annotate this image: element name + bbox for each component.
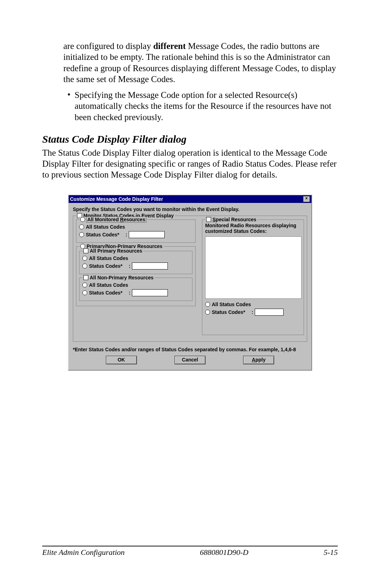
- label: :: [129, 263, 131, 269]
- radio-icon[interactable]: [205, 310, 210, 315]
- titlebar[interactable]: Customize Message Code Display Filter ×: [69, 195, 311, 203]
- label: Status Codes*: [212, 309, 245, 315]
- special-legend[interactable]: Special Resources: [205, 217, 258, 222]
- label: Status Codes*: [89, 290, 122, 296]
- footer-center: 6880801D90-D: [200, 548, 248, 557]
- cancel-button[interactable]: Cancel: [175, 356, 205, 364]
- footer-right: 5-15: [324, 548, 338, 557]
- dialog-window: Customize Message Code Display Filter × …: [68, 194, 312, 371]
- dialog-title: Customize Message Code Display Filter: [70, 196, 303, 202]
- bullet-text: Specifying the Message Code option for a…: [75, 89, 338, 123]
- label: All Status Codes: [212, 302, 251, 307]
- bullet-item: • Specifying the Message Code option for…: [63, 89, 338, 123]
- hint-text: *Enter Status Codes and/or ranges of Sta…: [73, 347, 307, 352]
- label: :: [126, 232, 127, 237]
- checkbox-icon[interactable]: [206, 217, 211, 222]
- all-status-radio[interactable]: All Status Codes: [82, 255, 189, 261]
- label: Status Codes*: [86, 232, 119, 237]
- status-codes-input[interactable]: [132, 289, 168, 296]
- label: All Primary Resources: [90, 248, 142, 254]
- label: Status Codes*: [89, 263, 122, 269]
- radio-icon[interactable]: [79, 224, 84, 229]
- section-heading: Status Code Display Filter dialog: [42, 133, 338, 145]
- label: :: [252, 309, 253, 315]
- label: All Status Codes: [89, 282, 128, 288]
- radio-icon[interactable]: [82, 264, 87, 268]
- checkbox-icon[interactable]: [83, 275, 88, 280]
- dialog-instruction: Specify the Status Codes you want to mon…: [73, 206, 307, 212]
- resources-listbox[interactable]: [205, 236, 302, 299]
- text: are configured to display: [63, 41, 153, 51]
- apply-button[interactable]: Apply: [243, 356, 274, 364]
- close-icon[interactable]: ×: [303, 196, 310, 202]
- monitor-group: Monitor Status Codes in Event Display Al…: [73, 216, 307, 342]
- all-status-radio[interactable]: All Status Codes: [79, 224, 192, 230]
- pnp-group: Primary/Non-Primary Resources All Primar…: [76, 246, 196, 306]
- status-codes-input[interactable]: [129, 231, 165, 238]
- footer-left: Elite Admin Configuration: [42, 548, 125, 557]
- label: All Status Codes: [89, 255, 128, 261]
- radio-icon[interactable]: [82, 290, 87, 295]
- special-group: Special Resources Monitored Radio Resour…: [202, 219, 304, 335]
- all-monitored-legend[interactable]: All Monitored Resources: [79, 217, 147, 222]
- radio-icon[interactable]: [205, 302, 210, 307]
- radio-icon[interactable]: [82, 256, 87, 261]
- all-primary-group: All Primary Resources All Status Codes S…: [79, 251, 192, 274]
- paragraph: The Status Code Display Filter dialog op…: [42, 147, 338, 180]
- status-codes-input[interactable]: [132, 262, 168, 270]
- special-desc: Monitored Radio Resources displaying cus…: [205, 223, 301, 235]
- status-codes-radio[interactable]: Status Codes* :: [205, 309, 301, 316]
- radio-icon[interactable]: [82, 283, 87, 287]
- label: All Status Codes: [86, 224, 125, 230]
- label: :: [129, 290, 131, 296]
- all-status-radio[interactable]: All Status Codes: [82, 282, 189, 288]
- radio-icon[interactable]: [80, 217, 85, 222]
- status-codes-radio[interactable]: Status Codes* :: [79, 231, 192, 238]
- all-primary-legend[interactable]: All Primary Resources: [82, 248, 143, 254]
- all-nonprimary-group: All Non-Primary Resources All Status Cod…: [79, 278, 192, 301]
- radio-icon[interactable]: [79, 232, 84, 237]
- label: All Non-Primary Resources: [90, 275, 153, 280]
- all-status-radio[interactable]: All Status Codes: [205, 302, 301, 307]
- paragraph-continuation: are configured to display different Mess…: [63, 41, 338, 85]
- status-codes-radio[interactable]: Status Codes* :: [82, 262, 189, 270]
- bullet-dot: •: [63, 89, 75, 123]
- all-nonprimary-legend[interactable]: All Non-Primary Resources: [82, 275, 154, 280]
- all-monitored-group: All Monitored Resources All Status Codes…: [76, 219, 196, 243]
- ok-button[interactable]: OK: [106, 356, 137, 364]
- text-bold: different: [153, 41, 186, 51]
- status-codes-radio[interactable]: Status Codes* :: [82, 289, 189, 296]
- page-footer: Elite Admin Configuration 6880801D90-D 5…: [42, 546, 338, 557]
- status-codes-input[interactable]: [255, 309, 284, 316]
- checkbox-icon[interactable]: [83, 248, 88, 253]
